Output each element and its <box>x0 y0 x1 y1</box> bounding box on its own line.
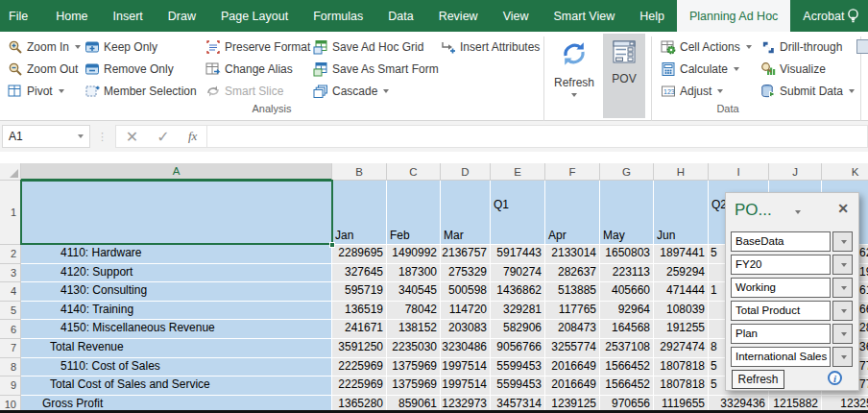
grid-cell-E2[interactable]: 5917443 <box>491 245 545 264</box>
zoom-out-button[interactable]: Zoom Out <box>4 58 79 80</box>
ribbon-tab-help[interactable]: Help <box>627 0 677 32</box>
grid-cell-A1[interactable] <box>21 181 332 245</box>
column-header-b[interactable]: B <box>332 163 387 181</box>
pivot-button[interactable]: Pivot <box>4 80 79 102</box>
chevron-down-icon[interactable] <box>832 255 853 275</box>
row-label-cell[interactable]: Gross Profit <box>21 396 332 413</box>
grid-cell-C7[interactable]: 2235030 <box>387 339 441 358</box>
column-header-e[interactable]: E <box>491 163 545 181</box>
grid-cell-D5[interactable]: 114720 <box>441 302 491 321</box>
chevron-down-icon[interactable] <box>832 324 853 344</box>
enter-icon[interactable]: ✓ <box>157 128 169 146</box>
member-selection-button[interactable]: Member Selection <box>81 80 200 102</box>
row-header-1[interactable]: 1 <box>0 181 21 245</box>
grid-cell-B8[interactable]: 2225969 <box>332 358 387 377</box>
chevron-down-icon[interactable] <box>832 347 853 367</box>
ribbon-tab-draw[interactable]: Draw <box>156 0 208 32</box>
grid-cell-B2[interactable]: 2289695 <box>332 245 387 264</box>
grid-cell-F6[interactable]: 208473 <box>545 320 600 339</box>
grid-cell-D10[interactable]: 1232973 <box>441 396 491 413</box>
grid-cell-B10[interactable]: 1365280 <box>332 396 387 413</box>
row-label-cell[interactable]: 4130: Consulting <box>21 282 332 302</box>
grid-cell-B1[interactable]: Jan <box>332 181 387 245</box>
grid-cell-B7[interactable]: 3591250 <box>332 339 387 358</box>
grid-cell-E8[interactable]: 5599453 <box>491 358 545 377</box>
grid-cell-C10[interactable]: 859061 <box>387 396 441 413</box>
grid-cell-D2[interactable]: 2136757 <box>441 245 491 264</box>
grid-cell-B6[interactable]: 241671 <box>332 320 387 339</box>
grid-cell-E6[interactable]: 582906 <box>491 320 545 339</box>
row-header-5[interactable]: 5 <box>0 302 21 321</box>
grid-cell-C3[interactable]: 187300 <box>387 264 441 283</box>
grid-cell-F10[interactable]: 1239125 <box>545 396 600 413</box>
grid-cell-C2[interactable]: 1490992 <box>387 245 441 264</box>
formula-bar-grip[interactable]: ⋮ <box>97 131 108 143</box>
column-header-j[interactable]: J <box>769 163 822 181</box>
grid-cell-H6[interactable]: 191255 <box>654 320 709 339</box>
drill-through-button[interactable]: Drill-through <box>757 36 862 58</box>
pov-refresh-button[interactable]: Refresh <box>732 370 784 389</box>
grid-cell-B4[interactable]: 595719 <box>332 282 387 302</box>
pov-dropdown-total-product[interactable]: Total Product <box>731 301 853 321</box>
cascade-button[interactable]: Cascade <box>309 80 435 102</box>
submit-data-button[interactable]: Submit Data <box>757 80 862 102</box>
lightbulb-icon[interactable] <box>844 7 862 29</box>
grid-cell-D9[interactable]: 1997514 <box>441 377 491 396</box>
grid-cell-D4[interactable]: 500598 <box>441 282 491 302</box>
grid-cell-J10[interactable]: 1215882 <box>769 396 822 413</box>
row-header-2[interactable]: 2 <box>0 245 21 264</box>
grid-cell-E1[interactable]: Q1 <box>491 181 545 245</box>
pov-dropdown-basedata[interactable]: BaseData <box>731 231 853 252</box>
column-header-f[interactable]: F <box>545 163 600 181</box>
pov-dropdown-working[interactable]: Working <box>731 278 853 298</box>
grid-cell-H2[interactable]: 1897441 <box>654 245 709 264</box>
ribbon-tab-file[interactable]: File <box>0 0 43 32</box>
grid-cell-G6[interactable]: 164568 <box>600 320 654 339</box>
ribbon-tab-review[interactable]: Review <box>426 0 491 32</box>
grid-cell-E7[interactable]: 9056766 <box>491 339 545 358</box>
grid-cell-G8[interactable]: 1566452 <box>600 358 654 377</box>
grid-cell-C9[interactable]: 1375969 <box>387 377 441 396</box>
row-label-cell[interactable]: 4150: Miscellaneous Revenue <box>21 320 332 339</box>
grid-cell-H3[interactable]: 259294 <box>654 264 709 283</box>
grid-cell-D6[interactable]: 203083 <box>441 320 491 339</box>
grid-cell-D8[interactable]: 1997514 <box>441 358 491 377</box>
grid-cell-H7[interactable]: 2927474 <box>654 339 709 358</box>
insert-function-icon[interactable]: fx <box>188 129 197 144</box>
chevron-down-icon[interactable] <box>795 210 801 214</box>
row-label-cell[interactable]: Total Cost of Sales and Service <box>21 377 332 396</box>
grid-cell-C1[interactable]: Feb <box>387 181 441 245</box>
grid-cell-E5[interactable]: 329281 <box>491 302 545 321</box>
row-label-cell[interactable]: 4140: Training <box>21 302 332 321</box>
ribbon-tab-smart-view[interactable]: Smart View <box>542 0 628 32</box>
grid-cell-F7[interactable]: 3255774 <box>545 339 600 358</box>
grid-cell-H1[interactable]: Jun <box>654 181 709 245</box>
column-header-h[interactable]: H <box>654 163 709 181</box>
grid-cell-F8[interactable]: 2016649 <box>545 358 600 377</box>
grid-cell-G7[interactable]: 2537108 <box>600 339 654 358</box>
change-alias-button[interactable]: Change Alias <box>202 58 307 80</box>
grid-cell-F9[interactable]: 2016649 <box>545 377 600 396</box>
grid-cell-C6[interactable]: 138152 <box>387 320 441 339</box>
row-header-7[interactable]: 7 <box>0 339 21 358</box>
save-as-smart-form-button[interactable]: Save As Smart Form <box>309 58 435 80</box>
pov-dropdown-fy20[interactable]: FY20 <box>731 255 853 275</box>
grid-cell-E4[interactable]: 1436862 <box>491 282 545 302</box>
ribbon-tab-home[interactable]: Home <box>43 0 100 32</box>
info-icon[interactable]: i <box>828 371 842 385</box>
grid-cell-F4[interactable]: 513885 <box>545 282 600 302</box>
grid-cell-D1[interactable]: Mar <box>441 181 491 245</box>
column-header-k[interactable]: K <box>822 163 868 181</box>
grid-cell-G10[interactable]: 970656 <box>600 396 654 413</box>
chevron-down-icon[interactable] <box>832 231 853 252</box>
preserve-format-button[interactable]: Preserve Format <box>202 36 307 58</box>
visualize-button[interactable]: Visualize <box>757 58 862 80</box>
grid-cell-H4[interactable]: 471444 <box>654 282 709 302</box>
cancel-icon[interactable]: ✕ <box>126 128 138 146</box>
grid-cell-D3[interactable]: 275329 <box>441 264 491 283</box>
grid-cell-F5[interactable]: 117765 <box>545 302 600 321</box>
grid-cell-H10[interactable]: 1119655 <box>654 396 709 413</box>
ribbon-tab-view[interactable]: View <box>491 0 542 32</box>
zoom-in-button[interactable]: Zoom In <box>4 36 79 58</box>
row-header-3[interactable]: 3 <box>0 264 21 283</box>
